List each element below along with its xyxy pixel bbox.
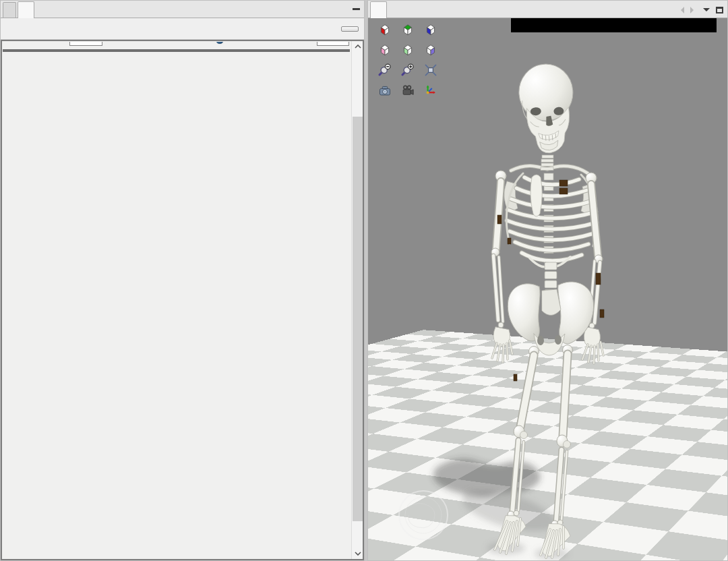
partial-row [2, 42, 351, 49]
scroll-down-icon[interactable] [352, 548, 363, 559]
zoom-out-icon[interactable] [377, 63, 392, 78]
watermark-logo [399, 491, 448, 539]
skull [517, 62, 577, 154]
tab-visualizer-window[interactable] [370, 1, 387, 18]
snapshot-icon[interactable] [377, 83, 392, 98]
tab-navigator[interactable] [3, 2, 16, 18]
visualizer-toolbar [377, 22, 446, 103]
visualizer-panel [367, 0, 728, 561]
right-tabbar [368, 1, 727, 18]
tab-list-icon[interactable] [703, 8, 710, 15]
view-other-side-icon[interactable] [423, 42, 438, 57]
view-bottom-icon[interactable] [400, 42, 415, 57]
view-side-icon[interactable] [423, 22, 438, 37]
coordinates-list [1, 40, 364, 560]
view-top-icon[interactable] [400, 22, 415, 37]
minimize-icon[interactable] [353, 8, 360, 10]
open-view-controls-button[interactable] [511, 18, 717, 32]
show-axes-icon[interactable] [423, 83, 438, 98]
zoom-in-icon[interactable] [400, 63, 415, 78]
scroll-up-icon[interactable] [352, 41, 363, 52]
prev-tab-icon[interactable] [677, 7, 684, 13]
model-bar [1, 18, 364, 40]
left-tabbar [1, 1, 364, 18]
vertical-scrollbar[interactable] [351, 41, 363, 559]
view-back-icon[interactable] [377, 42, 392, 57]
record-movie-icon[interactable] [400, 83, 415, 98]
maximize-icon[interactable] [716, 7, 723, 13]
view-front-icon[interactable] [377, 22, 392, 37]
fit-view-icon[interactable] [423, 63, 438, 78]
3d-viewport[interactable] [368, 18, 727, 560]
scrollbar-thumb[interactable] [353, 117, 363, 521]
next-tab-icon[interactable] [690, 7, 697, 13]
coordinates-panel [0, 0, 365, 561]
tab-coordinates[interactable] [18, 1, 34, 18]
poses-button[interactable] [341, 26, 359, 32]
coordinate-group-box [3, 49, 350, 52]
